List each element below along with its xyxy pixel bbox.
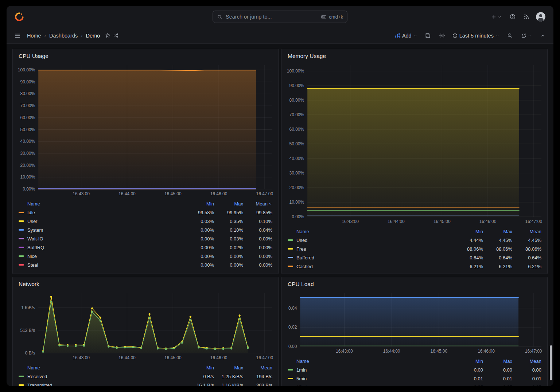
news-button[interactable] <box>522 12 531 21</box>
legend-series-label[interactable]: User <box>19 219 185 224</box>
panel-title[interactable]: Network <box>16 280 275 290</box>
cpu-load-chart[interactable]: 0.000.020.0416:43:0016:44:0016:45:0016:4… <box>285 290 544 355</box>
legend-series-label[interactable]: SoftIRQ <box>19 245 185 250</box>
help-button[interactable] <box>508 12 517 21</box>
dashboard-toolbar: Home › Dashboards › Demo Add <box>7 28 553 44</box>
svg-text:40.00%: 40.00% <box>20 139 35 144</box>
svg-text:80.00%: 80.00% <box>289 98 304 103</box>
svg-text:20.00%: 20.00% <box>20 163 35 168</box>
time-picker-button[interactable]: Last 5 minutes <box>452 33 500 39</box>
svg-text:30.00%: 30.00% <box>20 151 35 156</box>
legend-header-name[interactable]: Name <box>288 358 454 364</box>
svg-text:16:47:00: 16:47:00 <box>525 219 542 224</box>
legend-header-mean[interactable]: Mean <box>243 201 272 207</box>
share-button[interactable] <box>112 31 120 40</box>
svg-text:16:45:00: 16:45:00 <box>164 355 182 360</box>
legend-header-min[interactable]: Min <box>454 229 483 234</box>
chart-area: 0.000.020.0416:43:0016:44:0016:45:0016:4… <box>285 290 544 355</box>
legend-table: Name Min Max Mean 1min0.000.000.005min0.… <box>285 355 544 386</box>
memory-usage-chart[interactable]: 0.00%10.00%20.00%30.00%40.00%50.00%60.00… <box>285 62 544 226</box>
legend-row-wait-io: Wait-IO0.00%0.03%0.00% <box>19 234 272 243</box>
legend-header-mean[interactable]: Mean <box>512 229 541 234</box>
legend-series-label[interactable]: Used <box>288 238 454 243</box>
favorite-button[interactable] <box>104 31 112 40</box>
search-input[interactable]: Search or jump to... cmd+k <box>213 11 347 23</box>
legend-series-label[interactable]: Nice <box>19 254 185 259</box>
legend-min-value: 6.21% <box>454 264 483 269</box>
legend-series-label[interactable]: Cached <box>288 264 454 269</box>
dashboard-settings-button[interactable] <box>438 31 446 40</box>
legend-rows: Received0 B/s1.25 KiB/s194 B/sTransmitte… <box>19 372 272 386</box>
legend-row-1min: 1min0.000.000.00 <box>288 365 541 374</box>
network-chart[interactable]: 0 B/s512 B/s1 KiB/s16:43:0016:44:0016:45… <box>16 290 275 362</box>
legend-header-max[interactable]: Max <box>214 201 243 207</box>
save-dashboard-button[interactable] <box>424 31 432 40</box>
legend-header-mean[interactable]: Mean <box>512 358 541 364</box>
legend-header-name[interactable]: Name <box>19 201 185 207</box>
chevron-down-icon <box>413 33 418 38</box>
legend-header-min[interactable]: Min <box>185 365 214 371</box>
refresh-button[interactable] <box>520 32 533 40</box>
legend-max-value: 0.01 <box>483 376 512 381</box>
legend-series-label[interactable]: Wait-IO <box>19 236 185 242</box>
legend-header-name[interactable]: Name <box>288 229 454 234</box>
svg-text:16:43:00: 16:43:00 <box>342 219 359 224</box>
legend-rows: Idle99.58%99.95%99.85%User0.03%0.35%0.10… <box>19 208 272 269</box>
mega-menu-toggle[interactable] <box>13 31 22 40</box>
legend-row-used: Used4.44%4.45%4.45% <box>288 236 541 244</box>
legend-mean-value: 0.00% <box>243 262 272 268</box>
panel-title[interactable]: CPU Usage <box>16 52 275 62</box>
legend-header-min[interactable]: Min <box>454 358 483 364</box>
panel-title[interactable]: Memory Usage <box>285 52 544 62</box>
legend-series-label[interactable]: 5min <box>288 376 454 381</box>
svg-text:70.00%: 70.00% <box>20 103 35 108</box>
legend-series-label[interactable]: Transmitted <box>19 383 185 387</box>
legend-header-max[interactable]: Max <box>483 229 512 234</box>
breadcrumb-home[interactable]: Home <box>27 33 41 39</box>
avatar-head <box>539 14 542 17</box>
legend-max-value: 6.21% <box>483 264 512 269</box>
legend-header-min[interactable]: Min <box>185 201 214 207</box>
gear-icon <box>439 32 445 39</box>
zoom-out-button[interactable] <box>506 31 514 40</box>
add-panel-button[interactable]: Add <box>394 32 418 39</box>
legend-header-name[interactable]: Name <box>19 365 185 371</box>
legend-header-max[interactable]: Max <box>214 365 243 371</box>
legend-max-value: 0.05 <box>483 385 512 387</box>
legend-row-nice: Nice0.00%0.00%0.00% <box>19 252 272 260</box>
time-range-label: Last 5 minutes <box>459 33 494 39</box>
topbar-actions <box>490 12 545 21</box>
series-color-swatch <box>19 238 24 239</box>
legend-series-label[interactable]: Free <box>288 246 454 252</box>
svg-text:100.00%: 100.00% <box>287 68 304 74</box>
cpu-usage-chart[interactable]: 0.00%10.00%20.00%30.00%40.00%50.00%60.00… <box>16 62 275 198</box>
scrollbar-thumb[interactable] <box>550 345 552 380</box>
legend-header-max[interactable]: Max <box>483 358 512 364</box>
legend-header-mean[interactable]: Mean <box>243 365 272 371</box>
keyboard-icon <box>321 14 327 20</box>
svg-text:90.00%: 90.00% <box>289 83 304 88</box>
legend-series-label[interactable]: Received <box>19 374 185 379</box>
legend-row-steal: Steal0.00%0.00%0.00% <box>19 260 272 269</box>
panel-title[interactable]: CPU Load <box>285 280 544 290</box>
share-icon <box>113 32 119 39</box>
legend-series-label[interactable]: Idle <box>19 210 185 215</box>
collapse-toolbar-button[interactable] <box>539 32 547 40</box>
legend-series-label[interactable]: 15min <box>288 385 454 387</box>
user-avatar[interactable] <box>536 12 545 21</box>
series-color-swatch <box>288 378 293 379</box>
legend-series-label[interactable]: System <box>19 227 185 233</box>
breadcrumb-dashboards[interactable]: Dashboards <box>49 33 78 39</box>
svg-text:10.00%: 10.00% <box>20 175 35 180</box>
legend-series-label[interactable]: 1min <box>288 367 454 373</box>
refresh-icon <box>521 33 527 39</box>
grafana-logo[interactable] <box>15 12 25 22</box>
legend-min-value: 0.00% <box>185 227 214 233</box>
svg-text:16:47:00: 16:47:00 <box>256 355 273 360</box>
legend-row-5min: 5min0.010.010.01 <box>288 374 541 383</box>
add-panel-label: Add <box>402 33 412 39</box>
legend-series-label[interactable]: Steal <box>19 262 185 268</box>
legend-mean-value: 0.01 <box>512 376 541 381</box>
new-button[interactable] <box>490 13 503 21</box>
legend-series-label[interactable]: Buffered <box>288 255 454 260</box>
